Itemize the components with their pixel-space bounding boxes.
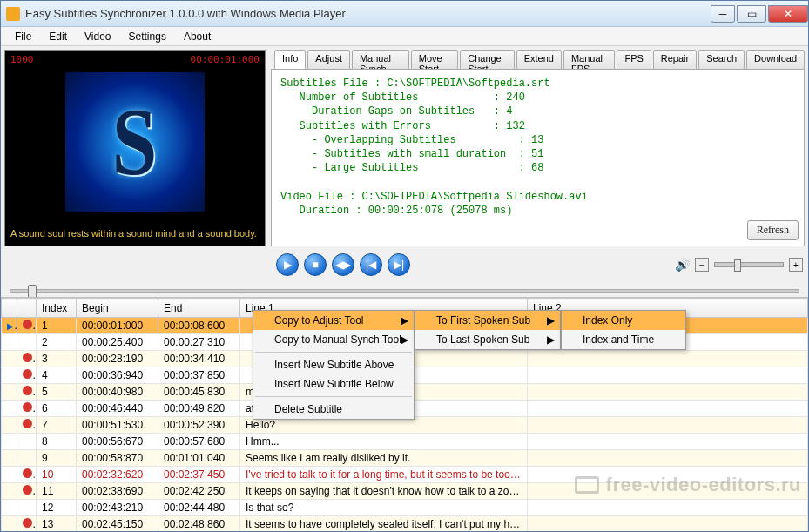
prev-button[interactable]: |◀ [360, 253, 382, 276]
row-indicator: ▶ [2, 318, 17, 334]
col-end-header[interactable]: End [158, 299, 240, 318]
close-button[interactable]: ✕ [768, 5, 808, 23]
cell-line2 [528, 467, 808, 483]
stop-button[interactable]: ■ [304, 253, 327, 276]
ctx-to-last-spoken[interactable]: To Last Spoken Sub▶ [415, 330, 560, 349]
ctx-insert-above[interactable]: Insert New Subtitle Above [253, 355, 414, 374]
cell-end: 00:02:42:250 [158, 483, 240, 500]
cell-index: 6 [37, 401, 77, 417]
chevron-right-icon: ▶ [401, 333, 408, 346]
row-indicator [2, 434, 17, 450]
col-index-header[interactable]: Index [37, 299, 77, 318]
error-indicator [17, 450, 37, 467]
table-row[interactable]: 1000:02:32:62000:02:37:450I've tried to … [2, 467, 808, 483]
ctx-copy-manual[interactable]: Copy to Manual Synch Tool▶ [253, 330, 414, 349]
tab-strip: Info Adjust Manual Synch Move Start Chan… [271, 50, 805, 69]
tab-search[interactable]: Search [698, 50, 745, 69]
tab-manual-fps[interactable]: Manual FPS [563, 50, 616, 69]
cell-line2 [528, 434, 808, 450]
ctx-index-only[interactable]: Index Only [562, 311, 685, 330]
context-submenu-target[interactable]: To First Spoken Sub▶ To Last Spoken Sub▶ [415, 310, 561, 350]
cell-index: 2 [37, 334, 77, 351]
vol-minus-button[interactable]: − [695, 258, 709, 272]
cell-index: 8 [37, 434, 77, 450]
error-indicator [17, 516, 37, 532]
cell-begin: 00:00:46:440 [77, 401, 158, 417]
menu-edit[interactable]: Edit [40, 29, 76, 44]
video-logo-glyph: S [112, 87, 158, 198]
menu-file[interactable]: File [6, 29, 40, 44]
ctx-insert-below[interactable]: Insert New Subtitle Below [253, 374, 414, 394]
error-indicator [17, 417, 37, 434]
maximize-button[interactable]: ▭ [737, 5, 766, 23]
cell-end: 00:00:45:830 [158, 384, 240, 401]
tab-extend[interactable]: Extend [516, 50, 562, 69]
menu-about[interactable]: About [175, 29, 219, 44]
error-icon [23, 353, 32, 362]
context-submenu-mode[interactable]: Index Only Index and Time [561, 310, 686, 350]
window-title: Easy Subtitles Synchronizer 1.0.0.0 with… [25, 7, 709, 20]
tab-fps[interactable]: FPS [617, 50, 651, 69]
cell-end: 00:00:37:850 [158, 367, 240, 384]
error-indicator [17, 500, 37, 516]
row-indicator [2, 384, 17, 401]
refresh-button[interactable]: Refresh [747, 220, 799, 240]
title-bar: Easy Subtitles Synchronizer 1.0.0.0 with… [1, 1, 808, 27]
ctx-index-and-time[interactable]: Index and Time [562, 330, 685, 349]
tab-info[interactable]: Info [274, 50, 306, 69]
table-row[interactable]: 900:00:58:87000:01:01:040Seems like I am… [2, 450, 808, 467]
row-indicator [2, 500, 17, 516]
col-begin-header[interactable]: Begin [77, 299, 158, 318]
cell-begin: 00:02:32:620 [77, 467, 158, 483]
ctx-copy-adjust[interactable]: Copy to Adjust Tool▶ [253, 311, 414, 330]
info-text: Subtitles File : C:\SOFTPEDIA\Softpedia.… [280, 77, 588, 217]
cell-line1: It keeps on saying that it doesn't know … [240, 483, 528, 500]
table-row[interactable]: 1100:02:38:69000:02:42:250It keeps on sa… [2, 483, 808, 500]
table-row[interactable]: 1300:02:45:15000:02:48:860It seems to ha… [2, 516, 808, 532]
tab-manual-synch[interactable]: Manual Synch [352, 50, 409, 69]
step-back-button[interactable]: ◀▶ [332, 253, 354, 276]
cell-line2 [528, 401, 808, 417]
speaker-icon[interactable]: 🔊 [675, 258, 690, 272]
cell-begin: 00:00:40:980 [77, 384, 158, 401]
cell-line2 [528, 384, 808, 401]
cell-begin: 00:02:38:690 [77, 483, 158, 500]
col-arrow-header[interactable] [2, 299, 17, 318]
tab-adjust[interactable]: Adjust [307, 50, 350, 69]
context-menu-main[interactable]: Copy to Adjust Tool▶ Copy to Manual Sync… [253, 310, 415, 420]
cell-line2 [528, 516, 808, 532]
ctx-separator [255, 352, 412, 353]
cell-line2 [528, 417, 808, 434]
video-frame-image: S [65, 72, 205, 212]
table-row[interactable]: 1200:02:43:21000:02:44:480Is that so? [2, 500, 808, 516]
tab-move-start[interactable]: Move Start [411, 50, 458, 69]
volume-slider[interactable] [714, 262, 784, 267]
cell-end: 00:01:01:040 [158, 450, 240, 467]
cell-line1: I've tried to talk to it for a long time… [240, 467, 528, 483]
cell-line1: It seems to have completely sealed itsel… [240, 516, 528, 532]
cell-line2 [528, 450, 808, 467]
timeline-slider[interactable] [10, 289, 799, 293]
tab-download[interactable]: Download [746, 50, 805, 69]
ctx-separator [255, 396, 412, 397]
table-row[interactable]: 800:00:56:67000:00:57:680Hmm... [2, 434, 808, 450]
play-button[interactable]: ▶ [276, 253, 299, 276]
menu-settings[interactable]: Settings [120, 29, 175, 44]
app-icon [6, 7, 20, 21]
vol-plus-button[interactable]: + [789, 258, 803, 272]
tab-change-start[interactable]: Change Start [460, 50, 514, 69]
cell-begin: 00:02:43:210 [77, 500, 158, 516]
menu-video[interactable]: Video [76, 29, 119, 44]
minimize-button[interactable]: ─ [711, 5, 735, 23]
cell-end: 00:00:27:310 [158, 334, 240, 351]
next-button[interactable]: ▶| [388, 253, 410, 276]
ctx-to-first-spoken[interactable]: To First Spoken Sub▶ [415, 311, 560, 330]
cell-index: 13 [37, 516, 77, 532]
error-indicator [17, 384, 37, 401]
error-icon [23, 386, 32, 395]
row-indicator [2, 417, 17, 434]
col-error-header[interactable] [17, 299, 37, 318]
tab-repair[interactable]: Repair [653, 50, 697, 69]
ctx-delete-subtitle[interactable]: Delete Subtitle [253, 400, 414, 419]
cell-line1: Hmm... [240, 434, 528, 450]
